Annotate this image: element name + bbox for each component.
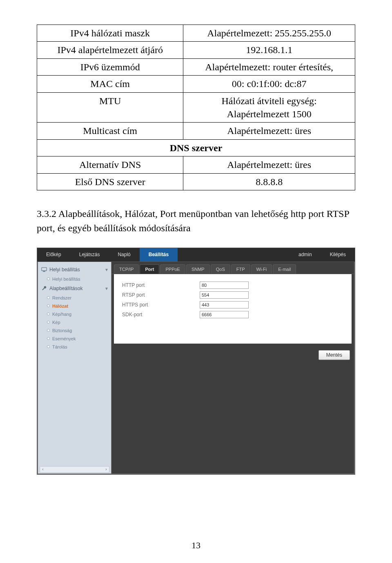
- sidebar-item-label: Hálózat: [52, 304, 68, 308]
- content-area: TCP/IPPortPPPoESNMPQoSFTPWi-FiE-mail HTT…: [111, 262, 354, 474]
- sidebar-item-label: Kép/hang: [52, 312, 71, 317]
- bullet-icon: [47, 329, 50, 332]
- svg-rect-1: [43, 271, 45, 272]
- topbar-logout[interactable]: Kilépés: [321, 248, 355, 261]
- form-row: SDK-port: [122, 311, 343, 318]
- bullet-icon: [47, 321, 50, 324]
- topbar-item[interactable]: Lejátszás: [70, 248, 109, 261]
- app-screenshot: ElőképLejátszásNaplóBeállítás admin Kilé…: [37, 248, 355, 475]
- form-label: HTTPS port: [122, 302, 200, 308]
- table-cell-label: Multicast cím: [37, 123, 183, 139]
- monitor-icon: [41, 267, 47, 273]
- wrench-icon: [41, 286, 47, 291]
- tab[interactable]: Wi-Fi: [251, 264, 272, 274]
- table-cell-label: Első DNS szerver: [37, 173, 183, 190]
- bullet-icon: [47, 313, 50, 315]
- sidebar-item[interactable]: Kép: [38, 318, 111, 326]
- chevron-down-icon: ▾: [105, 267, 108, 273]
- sidebar-sub-local-label: Helyi beállítás: [52, 277, 80, 282]
- topbar-item[interactable]: Beállítás: [140, 248, 178, 261]
- sidebar-item-label: Kép: [52, 320, 60, 325]
- form-input[interactable]: [200, 291, 249, 299]
- tab[interactable]: E-mail: [273, 264, 296, 274]
- tab[interactable]: QoS: [211, 264, 230, 274]
- table-cell-label: MAC cím: [37, 76, 183, 92]
- table-cell-value: Alapértelmezett: 255.255.255.0: [183, 25, 355, 42]
- bullet-icon: [47, 345, 50, 348]
- chevron-down-icon: ▾: [105, 286, 108, 291]
- svg-rect-0: [42, 267, 47, 270]
- table-cell-value: Alapértelmezett: router értesítés,: [183, 58, 355, 75]
- chevron-right-icon[interactable]: ›: [103, 467, 109, 472]
- sidebar-item[interactable]: Hálózat: [38, 302, 111, 310]
- form-input[interactable]: [200, 282, 249, 289]
- table-cell-label: IPv4 hálózati maszk: [37, 25, 183, 42]
- table-cell-value: Alapértelmezett: üres: [183, 123, 355, 139]
- tab[interactable]: PPPoE: [160, 264, 185, 274]
- sidebar-item-label: Tárolás: [52, 344, 67, 349]
- sidebar-scrollbar[interactable]: ‹ ›: [40, 466, 109, 473]
- sidebar-sub-local[interactable]: Helyi beállítás: [38, 275, 111, 283]
- form-input[interactable]: [200, 311, 249, 318]
- table-cell-value: 8.8.8.8: [183, 173, 355, 190]
- bullet-icon: [47, 277, 50, 280]
- topbar-item[interactable]: Napló: [109, 248, 139, 261]
- table-cell-value: Hálózati átviteli egység:Alapértelmezett…: [183, 92, 355, 123]
- tab[interactable]: TCP/IP: [114, 264, 139, 274]
- sidebar-item[interactable]: Események: [38, 335, 111, 343]
- table-cell-label: MTU: [37, 92, 183, 123]
- sidebar-item-label: Biztonság: [52, 328, 72, 333]
- tab[interactable]: FTP: [231, 264, 250, 274]
- tabbar: TCP/IPPortPPPoESNMPQoSFTPWi-FiE-mail: [111, 262, 354, 274]
- form-row: HTTP port: [122, 282, 343, 289]
- form-panel: HTTP portRTSP portHTTPS portSDK-port: [114, 274, 352, 344]
- sidebar-item[interactable]: Kép/hang: [38, 310, 111, 318]
- sidebar-item-label: Események: [52, 336, 76, 341]
- topbar: ElőképLejátszásNaplóBeállítás admin Kilé…: [37, 248, 355, 262]
- tab[interactable]: SNMP: [186, 264, 210, 274]
- table-cell-label: IPv4 alapértelmezett átjáró: [37, 42, 183, 58]
- form-input[interactable]: [200, 301, 249, 308]
- form-row: RTSP port: [122, 291, 343, 299]
- table-cell-label: IPv6 üzemmód: [37, 58, 183, 75]
- sidebar-group-basic[interactable]: Alapbeállítások ▾: [38, 283, 111, 294]
- table-cell-label: Alternatív DNS: [37, 156, 183, 173]
- sidebar-item-label: Rendszer: [52, 295, 71, 300]
- form-label: RTSP port: [122, 292, 200, 298]
- sidebar-item[interactable]: Biztonság: [38, 326, 111, 335]
- save-button[interactable]: Mentés: [318, 350, 350, 360]
- sidebar-item[interactable]: Tárolás: [38, 343, 111, 351]
- form-label: SDK-port: [122, 312, 200, 317]
- bullet-icon: [47, 304, 50, 307]
- table-cell-value: 00: c0:1f:00: dc:87: [183, 76, 355, 92]
- form-row: HTTPS port: [122, 301, 343, 308]
- sidebar: Helyi beállítás ▾ Helyi beállítás Alapbe…: [38, 262, 111, 474]
- sidebar-group-basic-label: Alapbeállítások: [49, 286, 82, 291]
- sidebar-item[interactable]: Rendszer: [38, 294, 111, 302]
- topbar-user: admin: [290, 248, 321, 261]
- chevron-left-icon[interactable]: ‹: [40, 467, 46, 472]
- settings-table: IPv4 hálózati maszkAlapértelmezett: 255.…: [37, 25, 355, 190]
- form-label: HTTP port: [122, 282, 200, 288]
- table-cell-value: 192.168.1.1: [183, 42, 355, 58]
- bullet-icon: [47, 296, 50, 299]
- page-number: 13: [0, 540, 392, 551]
- table-cell-value: Alapértelmezett: üres: [183, 156, 355, 173]
- sidebar-group-local[interactable]: Helyi beállítás ▾: [38, 264, 111, 275]
- sidebar-group-local-label: Helyi beállítás: [49, 267, 80, 273]
- topbar-item[interactable]: Előkép: [37, 248, 70, 261]
- table-section-header: DNS szerver: [37, 139, 355, 156]
- tab[interactable]: Port: [140, 264, 159, 274]
- section-paragraph: 3.3.2 Alapbeállítások, Hálózat, Port men…: [37, 207, 355, 235]
- bullet-icon: [47, 337, 50, 340]
